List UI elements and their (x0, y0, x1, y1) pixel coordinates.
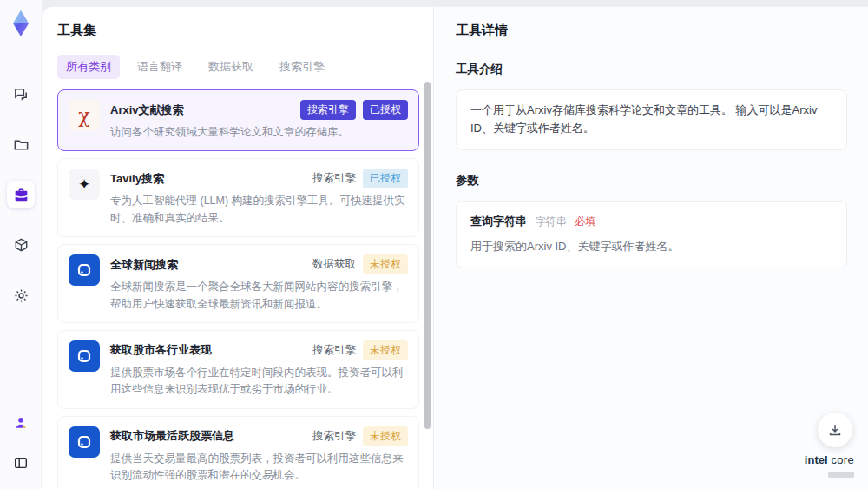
tab-all-categories[interactable]: 所有类别 (57, 55, 120, 79)
auth-status-badge: 未授权 (363, 340, 408, 360)
param-required-flag: 必填 (575, 215, 595, 228)
detail-title: 工具详情 (456, 23, 847, 39)
tool-name: Tavily搜索 (110, 171, 164, 187)
tool-description: 提供当天交易量最高的股票列表，投资者可以利用这些信息来识别流动性强的股票和潜在的… (110, 451, 408, 485)
auth-status-badge: 未授权 (363, 426, 408, 446)
news-search-icon (69, 254, 100, 286)
tool-name: 获取市场最活跃股票信息 (110, 428, 234, 444)
tab-data-acquisition[interactable]: 数据获取 (200, 55, 262, 79)
tool-item-global-news[interactable]: 全球新闻搜索 数据获取 未授权 全球新闻搜索是一个聚合全球各大新闻网站内容的搜索… (57, 244, 419, 323)
rail-icon-group (7, 80, 35, 309)
tool-item-arxiv[interactable]: χ Arxiv文献搜索 搜索引擎 已授权 访问各个研究领域大量科学论文和文章的存… (57, 89, 419, 151)
tool-name: 全球新闻搜索 (110, 257, 178, 273)
intel-core-logo-text: intel core (805, 453, 854, 466)
tool-description: 访问各个研究领域大量科学论文和文章的存储库。 (110, 124, 408, 141)
param-type: 字符串 (536, 215, 567, 228)
param-header: 查询字符串 字符串 必填 (470, 213, 832, 231)
auth-status-badge: 已授权 (363, 169, 408, 188)
auth-status-badge: 已授权 (363, 100, 408, 120)
category-label: 数据获取 (312, 257, 356, 272)
stock-search-icon (69, 426, 100, 458)
folder-icon[interactable] (7, 130, 35, 158)
intro-heading: 工具介绍 (456, 62, 847, 77)
category-badge: 搜索引擎 (300, 100, 356, 120)
category-label: 搜索引擎 (312, 343, 356, 358)
param-name: 查询字符串 (470, 215, 527, 228)
tool-name: 获取股市各行业表现 (110, 342, 212, 358)
tool-description: 提供股票市场各个行业在特定时间段内的表现。投资者可以利用这些信息来识别表现优于或… (110, 365, 408, 399)
user-avatar-icon[interactable] (7, 409, 35, 437)
tab-language-translation[interactable]: 语言翻译 (128, 55, 191, 79)
tool-item-body: 获取市场最活跃股票信息 搜索引擎 未授权 提供当天交易量最高的股票列表，投资者可… (110, 426, 408, 485)
scrollbar-thumb[interactable] (424, 82, 431, 429)
chat-icon[interactable] (7, 80, 35, 108)
tab-search-engine[interactable]: 搜索引擎 (271, 55, 333, 79)
tool-detail-panel: 工具详情 工具介绍 一个用于从Arxiv存储库搜索科学论文和文章的工具。 输入可… (435, 7, 868, 489)
intel-ultra-chip (828, 472, 854, 478)
app-logo-icon (6, 9, 36, 38)
category-label: 搜索引擎 (312, 171, 356, 186)
main-content-card: 工具集 所有类别 语言翻译 数据获取 搜索引擎 χ Arxiv文献搜索 搜索引擎 (42, 7, 868, 489)
tool-item-body: Tavily搜索 搜索引擎 已授权 专为人工智能代理 (LLM) 构建的搜索引擎… (110, 169, 408, 227)
intro-box: 一个用于从Arxiv存储库搜索科学论文和文章的工具。 输入可以是Arxiv ID… (456, 89, 847, 150)
tool-list: χ Arxiv文献搜索 搜索引擎 已授权 访问各个研究领域大量科学论文和文章的存… (57, 89, 419, 489)
tool-item-body: 全球新闻搜索 数据获取 未授权 全球新闻搜索是一个聚合全球各大新闻网站内容的搜索… (110, 254, 408, 313)
tavily-star-icon: ✦ (69, 169, 100, 200)
page-title: 工具集 (57, 23, 419, 39)
tool-item-body: 获取股市各行业表现 搜索引擎 未授权 提供股票市场各个行业在特定时间段内的表现。… (110, 340, 408, 399)
arxiv-icon: χ (69, 100, 100, 131)
auth-status-badge: 未授权 (363, 254, 408, 274)
toolbox-icon[interactable] (7, 181, 35, 208)
tool-item-stock-sectors[interactable]: 获取股市各行业表现 搜索引擎 未授权 提供股票市场各个行业在特定时间段内的表现。… (57, 330, 419, 409)
left-icon-rail (0, 0, 42, 489)
list-scrollbar[interactable] (424, 75, 431, 484)
stock-search-icon (69, 340, 100, 372)
category-tabs: 所有类别 语言翻译 数据获取 搜索引擎 (57, 55, 419, 79)
tool-name: Arxiv文献搜索 (110, 102, 184, 118)
tool-item-tavily[interactable]: ✦ Tavily搜索 搜索引擎 已授权 专为人工智能代理 (LLM) 构建的搜索… (57, 158, 419, 237)
intel-core-logo: intel core (805, 453, 854, 480)
tool-description: 全球新闻搜索是一个聚合全球各大新闻网站内容的搜索引擎，帮助用户快速获取全球最新资… (110, 279, 408, 313)
param-description: 用于搜索的Arxiv ID、关键字或作者姓名。 (470, 238, 832, 256)
download-button[interactable] (818, 413, 852, 447)
params-heading: 参数 (456, 173, 847, 188)
panel-toggle-icon[interactable] (7, 449, 35, 477)
category-label: 搜索引擎 (312, 429, 356, 444)
tool-list-panel: 工具集 所有类别 语言翻译 数据获取 搜索引擎 χ Arxiv文献搜索 搜索引擎 (42, 7, 434, 489)
rail-bottom-group (7, 409, 35, 489)
tool-item-body: Arxiv文献搜索 搜索引擎 已授权 访问各个研究领域大量科学论文和文章的存储库… (110, 100, 408, 141)
tool-item-active-stocks[interactable]: 获取市场最活跃股票信息 搜索引擎 未授权 提供当天交易量最高的股票列表，投资者可… (57, 416, 419, 489)
app-root: 工具集 所有类别 语言翻译 数据获取 搜索引擎 χ Arxiv文献搜索 搜索引擎 (0, 0, 868, 489)
param-box: 查询字符串 字符串 必填 用于搜索的Arxiv ID、关键字或作者姓名。 (456, 201, 847, 269)
package-icon[interactable] (7, 231, 35, 259)
tool-description: 专为人工智能代理 (LLM) 构建的搜索引擎工具。可快速提供实时、准确和真实的结… (110, 193, 408, 227)
settings-gear-icon[interactable] (7, 281, 35, 309)
